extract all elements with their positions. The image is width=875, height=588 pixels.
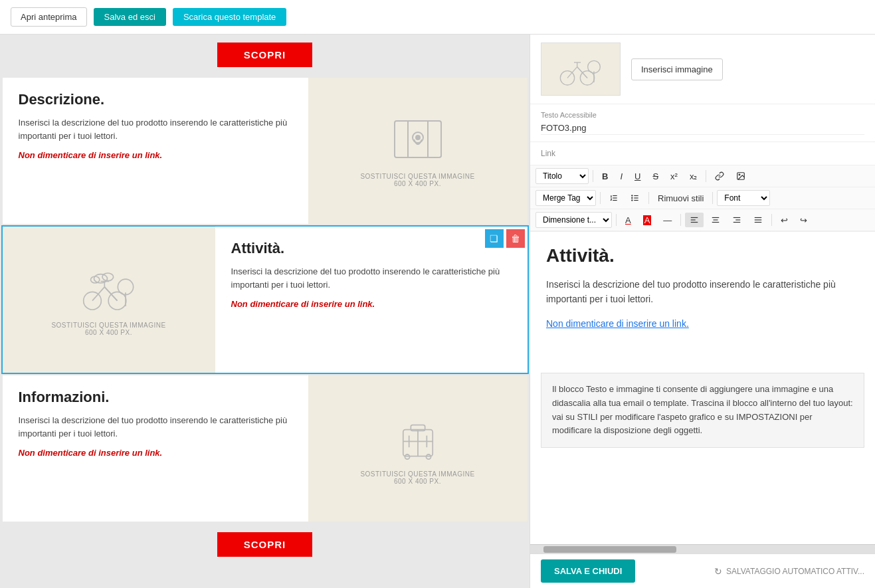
right-panel-content: Inserisci immagine Testo Accessibile Lin… — [530, 35, 875, 544]
svg-line-14 — [104, 287, 117, 301]
informazioni-link: Non dimenticare di inserire un link. — [19, 448, 292, 458]
svg-point-8 — [102, 273, 114, 281]
info-box: Il blocco Testo e immagine ti consente d… — [541, 373, 864, 448]
edit-desc: Inserisci la descrizione del tuo prodott… — [546, 277, 859, 307]
subscript-button[interactable]: x₂ — [685, 169, 702, 184]
attivita-title: Attività. — [231, 240, 512, 257]
accessible-text-section: Testo Accessibile — [530, 104, 875, 142]
strikethrough-button[interactable]: S — [648, 169, 663, 184]
ordered-list-button[interactable] — [605, 191, 623, 205]
rte-row-3: Dimensione t... A A — — [530, 209, 875, 231]
scrollbar-thumb[interactable] — [543, 546, 676, 553]
align-justify-button[interactable] — [749, 213, 767, 227]
svg-point-9 — [90, 276, 99, 283]
edit-link[interactable]: Non dimenticare di inserire un link. — [546, 318, 689, 329]
scopri-button-bottom[interactable]: SCOPRI — [217, 532, 313, 557]
rte-toolbar: Titolo B I U S x² x₂ — [530, 165, 875, 232]
save-exit-button[interactable]: Salva ed esci — [94, 8, 166, 26]
svg-point-35 — [739, 174, 741, 175]
discover-block-bottom: SCOPRI — [3, 524, 528, 565]
descrizione-title: Descrizione. — [19, 91, 292, 108]
rte-row-2: Merge Tag Rimuovi stili Font — [530, 187, 875, 209]
svg-point-44 — [632, 200, 632, 201]
attivita-link: Non dimenticare di inserire un link. — [231, 299, 512, 309]
attivita-image: SOSTITUISCI QUESTA IMMAGINE600 X 400 PX. — [3, 227, 215, 373]
superscript-button[interactable]: x² — [666, 169, 682, 184]
scopri-button-top[interactable]: SCOPRI — [217, 43, 313, 67]
svg-point-10 — [83, 292, 101, 310]
main-layout: SCOPRI Descrizione. Inserisci la descriz… — [0, 35, 875, 588]
separator-7 — [680, 214, 681, 226]
separator-3 — [600, 192, 601, 204]
descrizione-image: SOSTITUISCI QUESTA IMMAGINE600 X 400 PX. — [308, 78, 528, 224]
merge-tag-select[interactable]: Merge Tag — [535, 190, 596, 206]
descrizione-link: Non dimenticare di inserire un link. — [19, 150, 292, 160]
rte-row-1: Titolo B I U S x² x₂ — [530, 165, 875, 187]
informazioni-title: Informazioni. — [19, 389, 292, 406]
svg-line-13 — [92, 287, 104, 301]
redo-button[interactable]: ↪ — [795, 213, 812, 228]
image-insert-rte-button[interactable] — [731, 169, 750, 183]
discover-block-top: SCOPRI — [3, 35, 528, 75]
informazioni-image: SOSTITUISCI QUESTA IMMAGINE600 X 400 PX. — [308, 375, 528, 522]
image-preview-section: Inserisci immagine — [530, 35, 875, 104]
separator-2 — [706, 170, 706, 182]
block-attivita: ⠿ — [3, 227, 528, 373]
align-right-button[interactable] — [728, 213, 746, 227]
download-template-button[interactable]: Scarica questo template — [173, 8, 286, 26]
italic-button[interactable]: I — [615, 169, 627, 184]
separator-6 — [616, 214, 617, 226]
dimension-select[interactable]: Dimensione t... — [535, 212, 612, 228]
preview-button[interactable]: Apri anteprima — [11, 7, 87, 27]
top-toolbar: Apri anteprima Salva ed esci Scarica que… — [0, 0, 875, 35]
canvas-inner: SCOPRI Descrizione. Inserisci la descriz… — [3, 35, 528, 565]
duplicate-block-button[interactable]: ❏ — [485, 229, 504, 248]
link-button[interactable] — [710, 169, 729, 183]
bold-button[interactable]: B — [597, 169, 613, 184]
attivita-desc: Inserisci la descrizione del tuo prodott… — [231, 265, 512, 291]
font-select[interactable]: Font — [717, 190, 770, 206]
edit-content-area: Attività. Inserisci la descrizione del t… — [530, 232, 875, 365]
link-label: Link — [541, 149, 864, 158]
bg-color-button[interactable]: A — [638, 213, 656, 228]
separator-5 — [712, 192, 713, 204]
separator-8 — [771, 214, 772, 226]
block-attivita-text: Attività. Inserisci la descrizione del t… — [215, 227, 528, 373]
insert-image-button[interactable]: Inserisci immagine — [631, 58, 723, 80]
delete-block-button[interactable]: 🗑 — [506, 229, 525, 248]
svg-line-30 — [567, 67, 577, 78]
svg-point-4 — [416, 136, 420, 140]
block-active-toolbar: ❏ 🗑 — [485, 229, 525, 248]
accessible-text-input[interactable] — [541, 122, 864, 135]
link-section: Link — [530, 142, 875, 165]
undo-button[interactable]: ↩ — [776, 213, 793, 228]
separator-4 — [648, 192, 649, 204]
informazioni-desc: Inserisci la descrizione del tuo prodott… — [19, 414, 292, 440]
svg-point-42 — [632, 195, 632, 196]
save-close-button[interactable]: SALVA E CHIUDI — [541, 559, 635, 583]
align-center-button[interactable] — [706, 213, 725, 227]
block-descrizione: Descrizione. Inserisci la descrizione de… — [3, 78, 528, 224]
descrizione-image-label: SOSTITUISCI QUESTA IMMAGINE600 X 400 PX. — [360, 173, 474, 187]
edit-title: Attività. — [546, 245, 859, 266]
informazioni-image-label: SOSTITUISCI QUESTA IMMAGINE600 X 400 PX. — [360, 470, 474, 485]
block-informazioni: Informazioni. Inserisci la descrizione d… — [3, 375, 528, 522]
horizontal-rule-button[interactable]: — — [658, 213, 676, 228]
attivita-image-label: SOSTITUISCI QUESTA IMMAGINE600 X 400 PX. — [51, 322, 165, 336]
auto-save-status: ↻ SALVATAGGIO AUTOMATICO ATTIV... — [714, 566, 864, 577]
accessible-text-label: Testo Accessibile — [541, 111, 864, 119]
svg-line-31 — [577, 67, 587, 78]
separator-1 — [593, 170, 593, 182]
horizontal-scrollbar[interactable] — [530, 544, 875, 553]
align-left-button[interactable] — [685, 213, 704, 227]
canvas-area: SCOPRI Descrizione. Inserisci la descriz… — [0, 35, 530, 588]
auto-save-label-text: SALVATAGGIO AUTOMATICO ATTIV... — [726, 567, 864, 576]
style-select[interactable]: Titolo — [535, 168, 589, 184]
underline-button[interactable]: U — [630, 169, 645, 184]
font-color-button[interactable]: A — [621, 213, 636, 228]
auto-save-icon: ↻ — [714, 566, 722, 577]
svg-point-43 — [632, 197, 632, 198]
block-informazioni-text: Informazioni. Inserisci la descrizione d… — [3, 375, 308, 522]
remove-styles-button[interactable]: Rimuovi stili — [653, 191, 708, 206]
unordered-list-button[interactable] — [626, 191, 644, 205]
